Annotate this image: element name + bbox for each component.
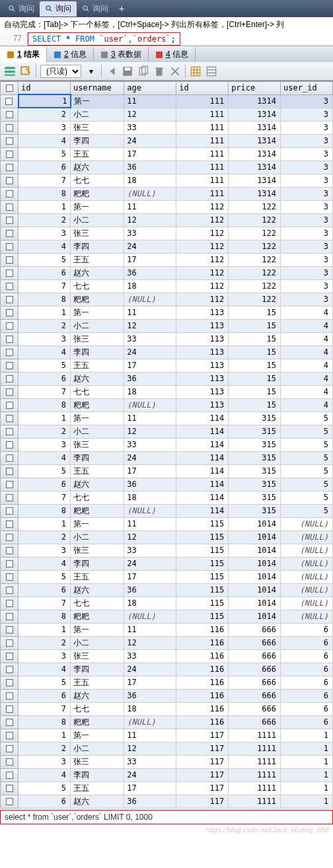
- cell[interactable]: 1314: [229, 187, 281, 200]
- cell[interactable]: 112: [176, 240, 229, 253]
- cell[interactable]: 4: [281, 345, 333, 359]
- cell[interactable]: (NULL): [281, 517, 333, 530]
- cell[interactable]: 18: [124, 174, 176, 187]
- cell[interactable]: 15: [229, 306, 281, 319]
- cell[interactable]: 315: [229, 504, 281, 517]
- cell[interactable]: 113: [176, 332, 229, 345]
- cell[interactable]: 17: [124, 464, 176, 478]
- cell[interactable]: 1: [18, 306, 71, 319]
- cell[interactable]: 666: [229, 689, 281, 702]
- cell[interactable]: 小二: [71, 319, 124, 332]
- row-checkbox[interactable]: [1, 715, 18, 729]
- cell[interactable]: 3: [281, 293, 333, 306]
- cell[interactable]: 赵六: [71, 478, 124, 491]
- cell[interactable]: 666: [229, 649, 281, 663]
- select-all-header[interactable]: [1, 82, 18, 95]
- row-checkbox[interactable]: [1, 557, 18, 570]
- cell[interactable]: 7: [18, 702, 71, 715]
- cell[interactable]: 36: [124, 689, 176, 702]
- cell[interactable]: 33: [124, 332, 176, 345]
- cell[interactable]: 3: [281, 200, 333, 213]
- cell[interactable]: 112: [176, 227, 229, 240]
- cell[interactable]: 6: [18, 372, 71, 385]
- cell[interactable]: 李四: [71, 663, 124, 676]
- cell[interactable]: 36: [124, 795, 176, 808]
- cell[interactable]: 5: [18, 253, 71, 266]
- cell[interactable]: 1: [18, 94, 71, 108]
- cell[interactable]: 张三: [71, 227, 124, 240]
- cell[interactable]: 3: [281, 227, 333, 240]
- table-row[interactable]: 1第一111143155: [1, 412, 333, 425]
- cell[interactable]: 5: [281, 491, 333, 504]
- row-checkbox[interactable]: [1, 306, 18, 319]
- table-row[interactable]: 6赵六3611711111: [1, 795, 333, 808]
- cell[interactable]: 117: [176, 755, 229, 768]
- cell[interactable]: 粑粑: [71, 293, 124, 306]
- row-checkbox[interactable]: [1, 570, 18, 583]
- cell[interactable]: (NULL): [281, 530, 333, 544]
- row-checkbox[interactable]: [1, 689, 18, 702]
- cell[interactable]: 1: [281, 755, 333, 768]
- table-row[interactable]: 8粑粑(NULL)113154: [1, 398, 333, 412]
- cell[interactable]: 1111: [229, 795, 281, 808]
- cell[interactable]: 115: [176, 597, 229, 610]
- cell[interactable]: 11: [124, 306, 176, 319]
- cell[interactable]: 1: [281, 729, 333, 742]
- cell[interactable]: 113: [176, 372, 229, 385]
- sql-statement[interactable]: SELECT * FROM `user`,`orders`;: [28, 32, 180, 46]
- cell[interactable]: (NULL): [281, 610, 333, 623]
- result-tab-信息[interactable]: 2 信息: [47, 47, 94, 62]
- cell[interactable]: 116: [176, 623, 229, 636]
- cell[interactable]: 11: [124, 623, 176, 636]
- cell[interactable]: 15: [229, 398, 281, 412]
- table-row[interactable]: 1第一111121223: [1, 200, 333, 213]
- cell[interactable]: 张三: [71, 649, 124, 663]
- cell[interactable]: 1014: [229, 570, 281, 583]
- table-row[interactable]: 2小二1211113143: [1, 108, 333, 121]
- cell[interactable]: 4: [281, 359, 333, 372]
- cell[interactable]: 15: [229, 372, 281, 385]
- cell[interactable]: 1111: [229, 755, 281, 768]
- cell[interactable]: (NULL): [124, 293, 176, 306]
- cell[interactable]: 七七: [71, 174, 124, 187]
- cell[interactable]: 17: [124, 676, 176, 689]
- cell[interactable]: 117: [176, 742, 229, 755]
- row-checkbox[interactable]: [1, 781, 18, 795]
- cell[interactable]: 117: [176, 729, 229, 742]
- result-tab-信息[interactable]: 4 信息: [149, 47, 196, 62]
- cell[interactable]: 粑粑: [71, 187, 124, 200]
- cell[interactable]: 33: [124, 438, 176, 451]
- cell[interactable]: (NULL): [124, 715, 176, 729]
- cell[interactable]: 114: [176, 412, 229, 425]
- cell[interactable]: 小二: [71, 213, 124, 227]
- row-checkbox[interactable]: [1, 253, 18, 266]
- result-tab-结果[interactable]: 1 结果: [0, 47, 47, 62]
- cell[interactable]: 666: [229, 715, 281, 729]
- cell[interactable]: 3: [18, 121, 71, 134]
- row-checkbox[interactable]: [1, 504, 18, 517]
- cell[interactable]: 117: [176, 768, 229, 781]
- cell[interactable]: 111: [176, 174, 229, 187]
- cell[interactable]: 赵六: [71, 795, 124, 808]
- cell[interactable]: 1: [18, 412, 71, 425]
- cell[interactable]: 第一: [71, 517, 124, 530]
- cell[interactable]: 33: [124, 121, 176, 134]
- cell[interactable]: 2: [18, 108, 71, 121]
- table-row[interactable]: 8粑粑(NULL)1166666: [1, 715, 333, 729]
- grid-menu-icon[interactable]: [4, 65, 16, 77]
- cell[interactable]: 6: [281, 663, 333, 676]
- cell[interactable]: 114: [176, 451, 229, 464]
- cell[interactable]: 315: [229, 438, 281, 451]
- cell[interactable]: 张三: [71, 544, 124, 557]
- cell[interactable]: 1314: [229, 94, 281, 108]
- table-row[interactable]: 2小二121121223: [1, 213, 333, 227]
- cell[interactable]: 1014: [229, 557, 281, 570]
- cell[interactable]: 1314: [229, 108, 281, 121]
- table-row[interactable]: 3张三331143155: [1, 438, 333, 451]
- cell[interactable]: 2: [18, 213, 71, 227]
- editor-tab-0[interactable]: 询问: [3, 1, 40, 17]
- cell[interactable]: 赵六: [71, 689, 124, 702]
- cell[interactable]: 张三: [71, 121, 124, 134]
- cell[interactable]: 粑粑: [71, 610, 124, 623]
- cell[interactable]: 1314: [229, 134, 281, 147]
